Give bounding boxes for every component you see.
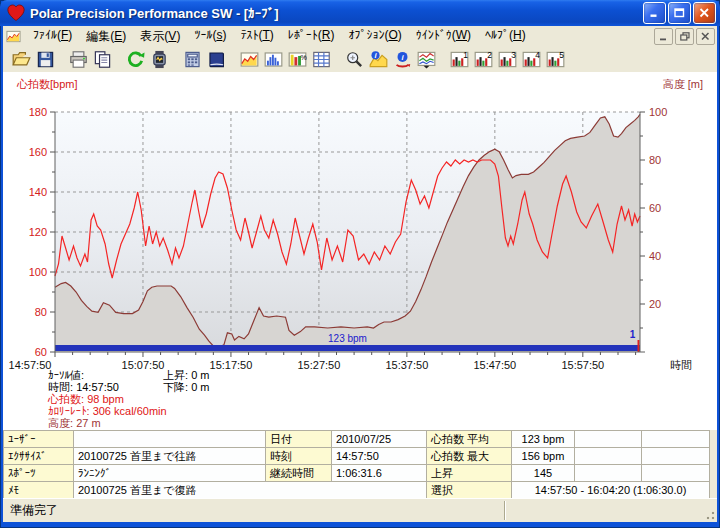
menu-o[interactable]: ｵﾌﾟｼｮﾝ(O): [341, 26, 408, 47]
x-tick-label: 15:37:50: [385, 359, 428, 371]
cursor-altitude: 高度: 27 m: [48, 417, 167, 429]
menu-h[interactable]: ﾍﾙﾌﾟ(H): [478, 26, 533, 47]
y-left-axis-title: 心拍数[bpm]: [16, 78, 78, 90]
hr-avg-label: 心拍数 平均: [427, 431, 512, 448]
menu-e[interactable]: 編集(E): [79, 26, 133, 47]
report-4-button[interactable]: 4: [519, 47, 543, 71]
report-5-button[interactable]: 5: [543, 47, 567, 71]
diary-button[interactable]: [204, 47, 228, 71]
menu-f[interactable]: ﾌｧｲﾙ(F): [26, 26, 79, 47]
distribution-button[interactable]: [261, 47, 285, 71]
selection-info-button[interactable]: i: [390, 47, 414, 71]
x-tick-label: 15:57:50: [561, 359, 604, 371]
report-1-icon: 1: [450, 50, 469, 69]
monitor-icon: [150, 50, 169, 69]
maximize-button[interactable]: [668, 2, 691, 24]
minimize-button[interactable]: [643, 2, 666, 24]
time-value: 14:57:50: [332, 448, 427, 465]
laps-icon: %: [288, 50, 307, 69]
y-left-tick-label: 120: [29, 226, 47, 238]
x-tick-label: 15:47:50: [473, 359, 516, 371]
title-bar[interactable]: Polar Precision Performance SW - [ｶｰﾌﾞ]: [0, 0, 720, 26]
copy-button[interactable]: [90, 47, 114, 71]
ascent-value: 145: [512, 465, 575, 482]
duration-value: 1:06:31.6: [332, 465, 427, 482]
child-close-button[interactable]: [696, 28, 715, 45]
sport-value: ﾗﾝﾆﾝｸﾞ: [74, 465, 266, 482]
report-1-button[interactable]: 1: [447, 47, 471, 71]
child-minimize-button[interactable]: [654, 28, 673, 45]
note-label: ﾒﾓ: [4, 482, 74, 499]
svg-text:1: 1: [463, 50, 468, 60]
ascent-label: 上昇: [427, 465, 512, 482]
note-value: 20100725 首里まで復路: [74, 482, 427, 499]
ascent-descent-block: 上昇: 0 m 下降: 0 m: [163, 369, 209, 393]
calculator-button[interactable]: [180, 47, 204, 71]
print-icon: [69, 50, 88, 69]
menu-t[interactable]: ﾃｽﾄ(T): [233, 26, 280, 47]
lap-number-marker: 1: [630, 329, 636, 340]
report-3-button[interactable]: 3: [495, 47, 519, 71]
x-tick-label: 15:17:50: [210, 359, 253, 371]
table-row: ﾒﾓ 20100725 首里まで復路 選択 14:57:50 - 16:04:2…: [4, 482, 710, 499]
save-button[interactable]: [33, 47, 57, 71]
sport-label: ｽﾎﾟｰﾂ: [4, 465, 74, 482]
menu-w[interactable]: ｳｲﾝﾄﾞｳ(W): [409, 26, 478, 47]
lap-table-button[interactable]: [309, 47, 333, 71]
y-right-tick-label: 80: [649, 154, 661, 166]
date-label: 日付: [266, 431, 332, 448]
exercise-value: 20100725 首里まで往路: [74, 448, 266, 465]
selection-value: 14:57:50 - 16:04:20 (1:06:30.0): [512, 482, 710, 499]
y-left-tick-label: 80: [35, 306, 47, 318]
polar-heart-icon: [6, 3, 26, 23]
laps-button[interactable]: %: [285, 47, 309, 71]
menu-v[interactable]: 表示(V): [133, 26, 187, 47]
zoom-icon: [345, 50, 364, 69]
open-button[interactable]: [9, 47, 33, 71]
x-axis-title: 時間: [670, 359, 692, 371]
monitor-button[interactable]: [147, 47, 171, 71]
menu-bar: ﾌｧｲﾙ(F)編集(E)表示(V)ﾂｰﾙ(s)ﾃｽﾄ(T)ﾚﾎﾟｰﾄ(R)ｵﾌﾟ…: [3, 26, 717, 47]
report-4-icon: 4: [522, 50, 541, 69]
print-button[interactable]: [66, 47, 90, 71]
report-5-icon: 5: [546, 50, 565, 69]
y-right-tick-label: 60: [649, 202, 661, 214]
selection-info-icon: i: [393, 50, 412, 69]
transfer-button[interactable]: [123, 47, 147, 71]
distribution-icon: [264, 50, 283, 69]
zoom-button[interactable]: [342, 47, 366, 71]
report-2-icon: 2: [474, 50, 493, 69]
svg-text:%: %: [300, 54, 306, 62]
curve-view-panel: 123 bpm160801001201401601802040608010014…: [3, 72, 717, 430]
save-icon: [36, 50, 55, 69]
descent-value: 下降: 0 m: [163, 381, 209, 393]
y-left-tick-label: 100: [29, 266, 47, 278]
svg-text:2: 2: [487, 50, 492, 60]
menu-r[interactable]: ﾚﾎﾟｰﾄ(R): [281, 26, 342, 47]
time-label: 時刻: [266, 448, 332, 465]
child-restore-button[interactable]: [675, 28, 694, 45]
menu-s[interactable]: ﾂｰﾙ(s): [187, 26, 233, 47]
toolbar: %ii12345: [3, 46, 717, 73]
exercise-info-table: ﾕｰｻﾞｰ 日付 2010/07/25 心拍数 平均 123 bpm ｴｸｻｻｲ…: [3, 430, 717, 498]
svg-text:3: 3: [511, 50, 516, 60]
copy-icon: [93, 50, 112, 69]
close-button[interactable]: [693, 2, 716, 24]
ascent-value: 上昇: 0 m: [163, 369, 209, 381]
table-row: ﾕｰｻﾞｰ 日付 2010/07/25 心拍数 平均 123 bpm: [4, 431, 710, 448]
y-right-tick-label: 20: [649, 298, 661, 310]
curve-button[interactable]: [237, 47, 261, 71]
hr-max-label: 心拍数 最大: [427, 448, 512, 465]
status-text: 準備完了: [4, 501, 505, 520]
compare-button[interactable]: [414, 47, 438, 71]
report-2-button[interactable]: 2: [471, 47, 495, 71]
y-left-tick-label: 140: [29, 186, 47, 198]
y-left-tick-label: 60: [35, 346, 47, 358]
open-icon: [12, 50, 31, 69]
hr-altitude-chart[interactable]: 123 bpm160801001201401601802040608010014…: [3, 72, 717, 372]
curve-info-button[interactable]: i: [366, 47, 390, 71]
y-right-tick-label: 40: [649, 250, 661, 262]
resize-grip[interactable]: [702, 507, 716, 521]
transfer-icon: [126, 50, 145, 69]
exercise-label: ｴｸｻｻｲｽﾞ: [4, 448, 74, 465]
